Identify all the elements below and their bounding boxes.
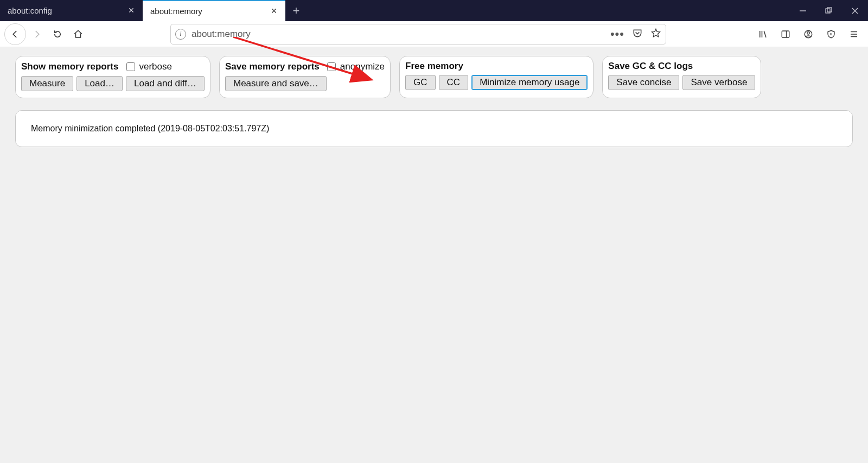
save-verbose-button[interactable]: Save verbose [682,75,755,90]
url-bar[interactable]: i about:memory ••• [170,24,666,45]
ublock-shield-icon[interactable]: u [821,24,841,44]
url-text: about:memory [192,29,610,40]
panel-show-memory-reports: Show memory reports verbose Measure Load… [15,56,210,98]
back-button[interactable] [4,23,26,45]
output-box: Memory minimization completed (2019-08-0… [15,110,853,147]
verbose-checkbox[interactable]: verbose [124,61,172,73]
nav-toolbar: i about:memory ••• u [0,21,868,47]
tab-title: about:memory [150,7,269,16]
hamburger-menu-icon[interactable] [844,24,864,44]
output-text: Memory minimization completed (2019-08-0… [31,124,269,133]
anonymize-checkbox-input[interactable] [327,62,336,71]
close-tab-icon[interactable]: × [269,7,279,16]
verbose-checkbox-input[interactable] [126,62,135,71]
panel-free-memory: Free memory GC CC Minimize memory usage [399,56,593,98]
panel-heading: Save memory reports [225,61,320,72]
svg-rect-5 [782,31,789,37]
pocket-icon[interactable] [632,28,643,41]
window-maximize-button[interactable] [816,0,842,21]
minimize-memory-usage-button[interactable]: Minimize memory usage [471,75,588,90]
cc-button[interactable]: CC [439,75,469,90]
measure-and-save-button[interactable]: Measure and save… [225,76,327,91]
reload-button[interactable] [48,24,67,44]
svg-rect-2 [827,8,832,12]
new-tab-button[interactable]: + [285,0,307,21]
load-button[interactable]: Load… [76,76,123,91]
load-and-diff-button[interactable]: Load and diff… [126,76,205,91]
forward-button[interactable] [27,24,47,44]
svg-point-8 [807,31,810,34]
account-icon[interactable] [799,24,818,44]
window-close-button[interactable] [842,0,868,21]
page-actions-icon[interactable]: ••• [610,27,624,41]
panel-save-gc-cc-logs: Save GC & CC logs Save concise Save verb… [602,56,761,98]
save-concise-button[interactable]: Save concise [608,75,679,90]
library-icon[interactable] [753,24,773,44]
home-button[interactable] [68,24,88,44]
sidebar-icon[interactable] [776,24,795,44]
svg-rect-1 [826,9,830,13]
measure-button[interactable]: Measure [21,76,73,91]
tab-title: about:config [8,6,126,15]
tab-about-config[interactable]: about:config × [0,0,143,21]
tab-about-memory[interactable]: about:memory × [143,0,285,21]
window-minimize-button[interactable] [790,0,816,21]
anonymize-checkbox[interactable]: anonymize [325,61,385,73]
close-tab-icon[interactable]: × [126,6,136,16]
page-content: Show memory reports verbose Measure Load… [0,47,868,156]
panel-heading: Show memory reports [21,61,119,72]
bookmark-star-icon[interactable] [650,28,661,41]
checkbox-label: anonymize [340,61,385,72]
gc-button[interactable]: GC [405,75,436,90]
checkbox-label: verbose [139,61,172,72]
svg-text:u: u [830,32,832,36]
panel-heading: Free memory [405,61,463,72]
site-info-icon[interactable]: i [175,29,186,40]
panel-heading: Save GC & CC logs [608,61,693,72]
panel-save-memory-reports: Save memory reports anonymize Measure an… [219,56,391,98]
tab-bar: about:config × about:memory × + [0,0,868,21]
